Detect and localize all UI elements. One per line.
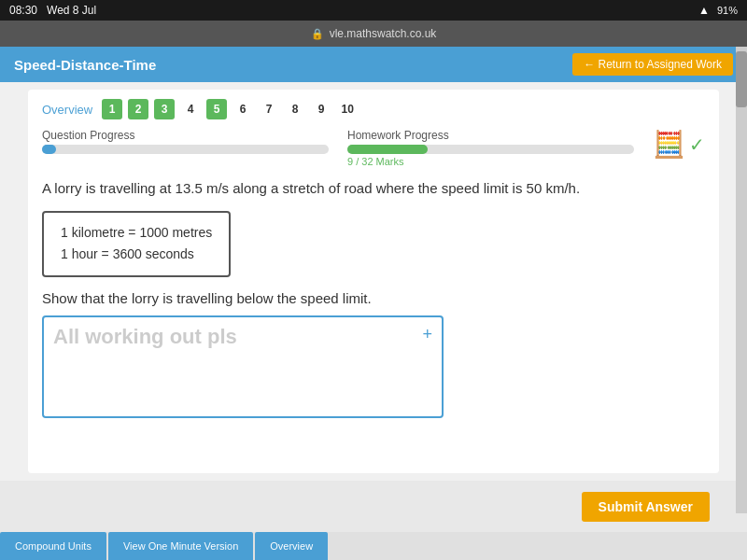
check-icon: ✓ [689,133,705,156]
homework-progress-bar [347,145,634,154]
show-working-text: Show that the lorry is travelling below … [42,290,705,306]
status-bar: 08:30 Wed 8 Jul ▲ 91% [0,0,747,21]
footer-tab-overview[interactable]: Overview [255,532,328,560]
scrollbar-thumb[interactable] [736,51,747,107]
lock-icon: 🔒 [311,28,324,40]
info-line-2: 1 hour = 3600 seconds [61,244,212,266]
footer-tab-compound-units[interactable]: Compound Units [0,532,106,560]
question-text: A lorry is travelling at 13.5 m/s along … [42,178,705,200]
tab-6[interactable]: 6 [233,99,253,119]
calculator-icon-area: 🧮 ✓ [653,129,705,160]
url-text: vle.mathswatch.co.uk [330,27,437,40]
url-bar: 🔒 vle.mathswatch.co.uk [0,21,747,47]
date-display: Wed 8 Jul [47,4,96,17]
tab-10[interactable]: 10 [337,99,358,119]
battery-display: 91% [717,5,738,16]
homework-marks: 9 / 32 Marks [347,156,634,167]
footer-tabs: Compound Units View One Minute Version O… [0,532,747,560]
tab-9[interactable]: 9 [311,99,331,119]
homework-progress-fill [347,145,428,154]
bottom-bar: Submit Answer [0,481,747,532]
page-title: Speed-Distance-Time [14,57,156,73]
question-progress-block: Question Progress [42,129,329,154]
info-line-1: 1 kilometre = 1000 metres [61,222,212,245]
return-to-assigned-work-button[interactable]: ← Return to Assigned Work [572,53,733,76]
submit-answer-button[interactable]: Submit Answer [582,492,710,522]
content-panel: Overview 1 2 3 4 5 6 7 8 9 10 Question P… [28,90,719,473]
question-progress-fill [42,145,56,154]
expand-icon[interactable]: + [422,325,432,344]
scrollbar[interactable] [736,47,747,513]
question-progress-bar [42,145,329,154]
main-content: Speed-Distance-Time ← Return to Assigned… [0,47,747,560]
footer-tab-one-minute[interactable]: View One Minute Version [108,532,253,560]
question-nav: Overview 1 2 3 4 5 6 7 8 9 10 [42,99,705,119]
homework-progress-label: Homework Progress [347,129,634,142]
info-box: 1 kilometre = 1000 metres 1 hour = 3600 … [42,211,231,278]
header-bar: Speed-Distance-Time ← Return to Assigned… [0,47,747,82]
calculator-icon: 🧮 [653,129,685,160]
progress-section: Question Progress Homework Progress 9 / … [42,129,705,167]
tab-4[interactable]: 4 [180,99,201,119]
answer-placeholder-text: All working out pls [53,325,237,348]
tab-8[interactable]: 8 [285,99,305,119]
tab-2[interactable]: 2 [128,99,148,119]
overview-link[interactable]: Overview [42,103,92,117]
tab-3[interactable]: 3 [154,99,175,119]
tab-1[interactable]: 1 [102,99,122,119]
homework-progress-block: Homework Progress 9 / 32 Marks [347,129,634,167]
question-progress-label: Question Progress [42,129,329,142]
time-display: 08:30 [9,4,37,17]
tab-7[interactable]: 7 [259,99,279,119]
wifi-icon: ▲ [698,4,710,17]
tab-5[interactable]: 5 [206,99,227,119]
answer-box[interactable]: All working out pls + [42,315,444,418]
